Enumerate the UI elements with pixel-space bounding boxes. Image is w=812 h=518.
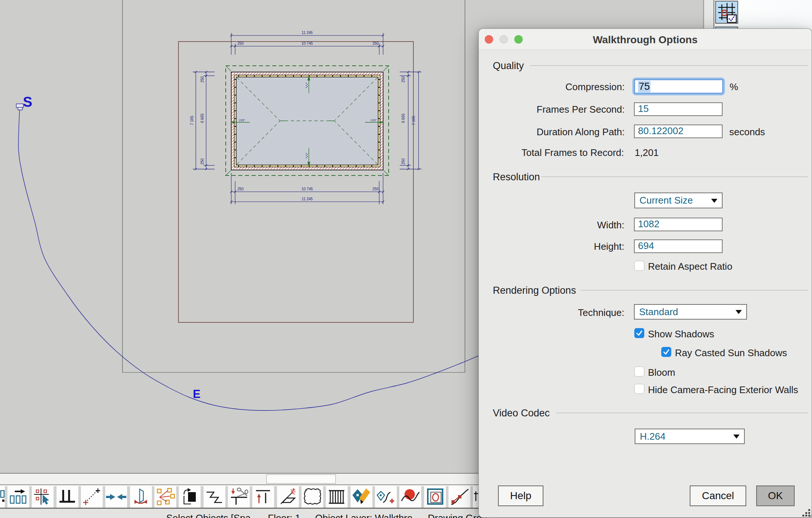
svg-text:11 245: 11 245 bbox=[302, 31, 313, 35]
svg-text:250: 250 bbox=[238, 187, 244, 191]
svg-text:250: 250 bbox=[238, 41, 244, 45]
svg-text:E: E bbox=[193, 388, 201, 401]
svg-text:250: 250 bbox=[401, 158, 405, 164]
svg-text:225°: 225° bbox=[371, 119, 377, 122]
svg-text:250: 250 bbox=[200, 158, 204, 164]
svg-text:10 745: 10 745 bbox=[301, 187, 313, 191]
svg-text:250: 250 bbox=[401, 76, 405, 82]
svg-text:7 165: 7 165 bbox=[412, 116, 416, 125]
svg-text:250: 250 bbox=[372, 187, 379, 191]
svg-text:225°: 225° bbox=[239, 119, 245, 122]
svg-text:6 665: 6 665 bbox=[401, 113, 405, 123]
svg-text:6 665: 6 665 bbox=[200, 113, 204, 123]
svg-text:250: 250 bbox=[200, 76, 204, 82]
svg-text:11 245: 11 245 bbox=[302, 197, 313, 201]
svg-text:7 165: 7 165 bbox=[190, 116, 194, 125]
svg-text:10 745: 10 745 bbox=[301, 41, 313, 45]
svg-text:250: 250 bbox=[372, 41, 379, 45]
svg-text:S: S bbox=[23, 94, 32, 110]
